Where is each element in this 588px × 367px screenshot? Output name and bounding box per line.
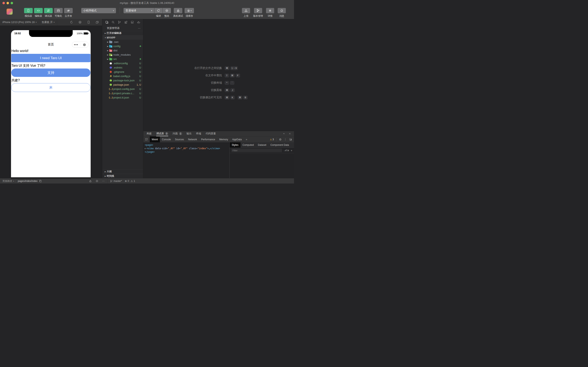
devtools-tab-Sources[interactable]: Sources bbox=[173, 136, 186, 142]
record-icon[interactable] bbox=[78, 21, 82, 24]
more-icon[interactable]: ⋯ bbox=[102, 180, 104, 183]
files-icon[interactable] bbox=[105, 21, 108, 24]
toolbar-message-label: 消息 bbox=[279, 14, 284, 18]
preview-button[interactable] bbox=[163, 8, 171, 13]
file-tree-row[interactable]: .editorconfigU bbox=[102, 61, 143, 66]
styles-tab-Styles[interactable]: Styles bbox=[230, 142, 241, 148]
styles-tab-Computed[interactable]: Computed bbox=[241, 142, 256, 148]
clear-cache-button[interactable]: ▾ bbox=[185, 8, 194, 13]
project-root-row[interactable]: ▼ MYAPP bbox=[102, 35, 143, 40]
file-tree-row[interactable]: ▶dist bbox=[102, 48, 143, 53]
close-panel-icon[interactable] bbox=[288, 132, 291, 135]
styles-filter-input[interactable] bbox=[231, 149, 282, 152]
file-tree-row[interactable]: package.json1, U bbox=[102, 83, 143, 87]
kebab-menu-icon[interactable]: ⋮ bbox=[284, 138, 287, 141]
source-control-icon[interactable] bbox=[118, 21, 121, 24]
panel-tab-输出[interactable]: 输出 bbox=[187, 131, 192, 136]
detach-window-icon[interactable] bbox=[95, 21, 99, 24]
toolbar-version-button[interactable]: 版本管理 bbox=[253, 8, 263, 18]
panel-tab-终端[interactable]: 终端 bbox=[196, 131, 201, 136]
eye-icon[interactable] bbox=[95, 180, 98, 183]
file-tree-row[interactable]: ▶node_modules bbox=[102, 53, 143, 57]
main-toolbar: 模拟器编辑器调试器可视化云开发 小程序模式 ▾ 普通编译 ▾ 编译 预览 真机调… bbox=[0, 6, 294, 19]
inspect-element-button[interactable] bbox=[143, 136, 150, 142]
file-tree-row[interactable]: ▶src bbox=[102, 57, 143, 61]
cls-button[interactable]: .cls bbox=[284, 149, 289, 152]
timeline-section[interactable]: ▶ 时间线 bbox=[102, 174, 143, 178]
battery-percent: 100% bbox=[77, 32, 83, 35]
device-select[interactable]: iPhone 12/13 (Pro) 100% 16 ▾ bbox=[0, 19, 39, 25]
file-tree-row[interactable]: {..}project.config.jsonU bbox=[102, 87, 143, 91]
docker-icon[interactable] bbox=[137, 21, 140, 24]
devtools-tab-Network[interactable]: Network bbox=[186, 136, 199, 142]
app-avatar[interactable] bbox=[7, 8, 13, 15]
wxml-tree-view[interactable]: <page>▶<view data-sid="_AY" id="_AY" cla… bbox=[143, 142, 229, 178]
file-tree-row[interactable]: ▶config bbox=[102, 44, 143, 48]
panel-tab-问题[interactable]: 问题1 bbox=[173, 131, 182, 136]
styles-tab-Dataset[interactable]: Dataset bbox=[256, 142, 268, 148]
search-icon[interactable] bbox=[112, 21, 115, 24]
bug-icon[interactable] bbox=[89, 180, 92, 183]
toolbar-debugger-button[interactable]: 调试器 bbox=[44, 8, 53, 18]
collapse-panel-icon[interactable] bbox=[283, 132, 285, 135]
file-tree-row[interactable]: package-lock.jsonU bbox=[102, 78, 143, 83]
panel-tab-调试器[interactable]: 调试器3 bbox=[156, 131, 168, 136]
toolbar-message-button[interactable]: 消息 bbox=[277, 8, 286, 18]
git-status-badge: U bbox=[139, 88, 141, 91]
file-icon: {..} bbox=[109, 92, 112, 95]
file-tree-row[interactable]: Bbabel.config.jsU bbox=[102, 74, 143, 78]
panel-tab-badge: 3 bbox=[165, 132, 168, 135]
file-tree-row[interactable]: .gitignoreU bbox=[102, 70, 143, 74]
panel-tab-代码质量[interactable]: 代码质量 bbox=[206, 131, 216, 136]
battery-icon bbox=[84, 32, 88, 35]
devtools-tab-Memory[interactable]: Memory bbox=[217, 136, 230, 142]
devtools-tab-»[interactable]: » bbox=[244, 136, 249, 142]
rotate-device-icon[interactable] bbox=[70, 21, 73, 24]
taro-ui-button[interactable]: I need Taro UI bbox=[11, 54, 90, 62]
toolbar-visualization-button[interactable]: 可视化 bbox=[54, 8, 63, 18]
remote-window-icon[interactable] bbox=[131, 21, 134, 24]
problems-status[interactable]: ⊗ 0 ⚠ 1 bbox=[125, 180, 135, 183]
styles-tab-Component Data[interactable]: Component Data bbox=[268, 142, 291, 148]
compile-button[interactable] bbox=[154, 8, 163, 13]
capsule-close-button[interactable] bbox=[80, 43, 89, 46]
compile-mode-select[interactable]: 普通编译 ▾ bbox=[123, 8, 154, 13]
outline-section[interactable]: ▶ 大纲 bbox=[102, 169, 143, 174]
device-debug-button[interactable] bbox=[174, 8, 182, 13]
copy-path-icon[interactable] bbox=[39, 180, 42, 183]
toolbar-detail-button[interactable]: 详情 bbox=[266, 8, 275, 18]
more-actions-icon[interactable]: ⋯ bbox=[138, 27, 141, 30]
settings-gear-icon[interactable]: ⚙ bbox=[279, 138, 282, 141]
git-status-badge: U bbox=[139, 96, 141, 99]
devtools-tab-Console[interactable]: Console bbox=[160, 136, 173, 142]
dock-side-icon[interactable] bbox=[289, 138, 292, 141]
keycap: 1 ~ 9 bbox=[230, 66, 238, 70]
toolbar-upload-button[interactable]: 上传 bbox=[242, 8, 251, 18]
toolbar-editor-button[interactable]: 编辑器 bbox=[34, 8, 43, 18]
device-frame-icon[interactable] bbox=[87, 21, 90, 24]
capsule-menu-button[interactable]: ●●● bbox=[72, 44, 80, 46]
file-tree-row[interactable]: {..}project.tt.jsonU bbox=[102, 95, 143, 100]
support-button[interactable]: 支持 bbox=[11, 68, 90, 77]
toolbar-cloud-dev-button[interactable]: 云开发 bbox=[64, 8, 73, 18]
hot-reload-toggle[interactable]: 热重载 开 ▾ bbox=[39, 19, 57, 25]
panel-tab-构建[interactable]: 构建 bbox=[147, 131, 152, 136]
file-icon: {..} bbox=[109, 96, 112, 99]
file-tree-row[interactable]: {..}project.private.c...U bbox=[102, 91, 143, 95]
toolbar-simulator-button[interactable]: 模拟器 bbox=[24, 8, 33, 18]
mode-select[interactable]: 小程序模式 ▾ bbox=[81, 8, 116, 13]
file-tree-row[interactable]: ▶.swc bbox=[102, 40, 143, 44]
page-path-label[interactable]: 页面路径 bbox=[2, 179, 12, 183]
git-branch-status[interactable]: master* bbox=[110, 180, 122, 183]
devtools-tab-Performance[interactable]: Performance bbox=[199, 136, 217, 142]
file-tree-row[interactable]: .eslintrcU bbox=[102, 66, 143, 70]
chevron-right-icon: ▶ bbox=[106, 50, 109, 52]
warning-count[interactable]: ⚠3 bbox=[270, 138, 274, 141]
add-style-icon[interactable]: + bbox=[291, 149, 292, 152]
extensions-icon[interactable] bbox=[124, 21, 128, 24]
devtools-tab-Wxml[interactable]: Wxml bbox=[150, 136, 160, 142]
come-button[interactable]: 来 bbox=[11, 83, 90, 92]
devtools-tab-AppData[interactable]: AppData bbox=[230, 136, 244, 142]
panel-tab-bar: 构建调试器3问题1输出终端代码质量 bbox=[143, 131, 294, 136]
open-editors-section[interactable]: ▶ 打开的编辑器 bbox=[102, 31, 143, 35]
